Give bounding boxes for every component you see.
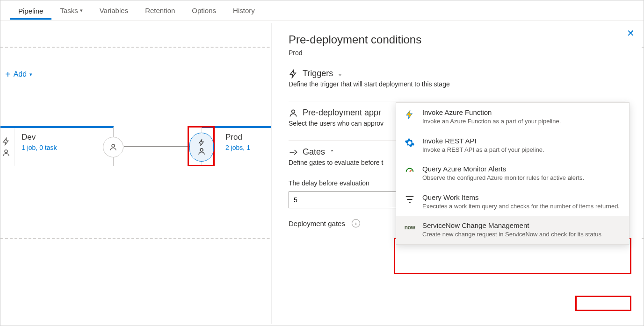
option-title: ServiceNow Change Management <box>422 221 622 229</box>
tab-label: Retention <box>145 7 175 14</box>
option-title: Invoke REST API <box>422 137 622 145</box>
stage-title: Dev <box>22 133 57 142</box>
section-desc: Define the trigger that will start deplo… <box>289 80 625 88</box>
panel-stage: Prod <box>289 49 625 57</box>
svg-point-3 <box>292 110 295 113</box>
chevron-down-icon: ⌄ <box>338 71 342 77</box>
tab-label: Variables <box>100 7 128 14</box>
stage-dev[interactable]: Dev 1 job, 0 task <box>0 126 114 166</box>
tab-retention[interactable]: Retention <box>137 2 183 19</box>
tab-pipeline[interactable]: Pipeline <box>10 2 51 20</box>
svg-point-1 <box>112 144 115 147</box>
tab-label: Tasks <box>60 7 78 14</box>
tab-tasks[interactable]: Tasks▾ <box>51 2 91 19</box>
info-icon[interactable]: i <box>352 219 360 227</box>
section-label: Pre-deployment appr <box>303 108 381 118</box>
filter-icon <box>404 193 416 206</box>
chevron-down-icon: ▾ <box>29 71 32 78</box>
tab-label: History <box>233 7 255 14</box>
section-label: Gates <box>303 147 325 157</box>
plus-icon: + <box>5 70 11 79</box>
chevron-up-icon: ⌃ <box>330 149 334 156</box>
stage-title: Prod <box>225 133 250 142</box>
close-button[interactable]: ✕ <box>624 27 637 40</box>
lightning-icon <box>198 139 205 146</box>
option-title: Invoke Azure Function <box>422 108 622 116</box>
add-stage-button[interactable]: + Add ▾ <box>0 68 37 81</box>
lightning-icon <box>2 137 10 146</box>
tab-history[interactable]: History <box>224 2 263 19</box>
gate-icon <box>289 148 298 157</box>
gate-option-query-monitor-alerts[interactable]: Query Azure Monitor AlertsObserve the co… <box>396 159 629 188</box>
person-icon <box>289 108 298 118</box>
gauge-icon <box>404 165 416 177</box>
servicenow-icon: now <box>404 221 416 234</box>
tab-label: Pipeline <box>18 7 43 15</box>
gate-option-servicenow[interactable]: now ServiceNow Change ManagementCreate n… <box>396 216 629 244</box>
stage-jobs-link[interactable]: 2 jobs, 1 <box>225 144 250 151</box>
option-title: Query Work Items <box>422 193 622 201</box>
tab-variables[interactable]: Variables <box>91 2 137 19</box>
svg-point-0 <box>5 150 7 153</box>
gate-option-invoke-azure-function[interactable]: Invoke Azure FunctionInvoke an Azure Fun… <box>396 103 629 131</box>
svg-point-2 <box>200 149 203 151</box>
option-desc: Executes a work item query and checks fo… <box>422 202 622 211</box>
lightning-icon <box>404 108 416 120</box>
stage-connector <box>124 146 199 147</box>
tab-label: Options <box>192 7 216 14</box>
stage-dev-pre[interactable] <box>0 128 15 166</box>
deployment-gates-label: Deployment gates <box>289 220 345 227</box>
option-desc: Invoke an Azure Function as a part of yo… <box>422 117 622 126</box>
option-desc: Observe the configured Azure monitor rul… <box>422 174 622 182</box>
option-desc: Create new change request in ServiceNow … <box>422 230 622 239</box>
option-title: Query Azure Monitor Alerts <box>422 165 622 173</box>
pipeline-tabbar: Pipeline Tasks▾ Variables Retention Opti… <box>0 0 644 21</box>
divider <box>289 101 625 101</box>
section-label: Triggers <box>303 69 333 78</box>
gate-option-query-work-items[interactable]: Query Work ItemsExecutes a work item que… <box>396 188 629 216</box>
gear-icon <box>404 137 416 149</box>
person-icon <box>109 143 117 151</box>
add-label: Add <box>14 70 27 78</box>
chevron-down-icon: ▾ <box>80 7 83 14</box>
person-icon <box>197 147 206 156</box>
gate-type-dropdown: Invoke Azure FunctionInvoke an Azure Fun… <box>396 102 630 245</box>
person-icon <box>2 149 10 157</box>
gate-option-invoke-rest-api[interactable]: Invoke REST APIInvoke a REST API as a pa… <box>396 131 629 160</box>
lightning-icon <box>289 69 298 78</box>
stage-dev-post[interactable] <box>103 137 123 157</box>
option-desc: Invoke a REST API as a part of your pipe… <box>422 146 622 154</box>
triggers-section-header[interactable]: Triggers ⌄ <box>289 69 625 78</box>
panel-title: Pre-deployment conditions <box>289 33 625 46</box>
stage-prod-pre[interactable] <box>189 133 214 162</box>
tab-options[interactable]: Options <box>183 2 224 19</box>
stage-jobs-link[interactable]: 1 job, 0 task <box>22 144 57 151</box>
